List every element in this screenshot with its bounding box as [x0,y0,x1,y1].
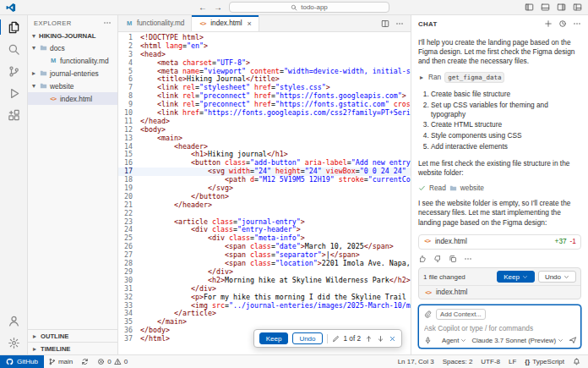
keep-edit-button[interactable]: Keep [259,332,289,344]
copy-response-button[interactable] [449,255,457,263]
feedback-bar [418,255,581,263]
mode-label: Agent [442,337,459,344]
toggle-secondary-sidebar-button[interactable] [557,3,566,12]
activity-extensions-button[interactable] [0,104,28,126]
explorer-header: EXPLORER [28,15,117,30]
tab-index.html[interactable]: <>index.html× [192,15,259,31]
tab-functionality.md[interactable]: Mfunctionality.md [118,15,192,31]
chat-input[interactable] [424,324,575,332]
editor-more-actions-button[interactable] [395,19,404,28]
response-more-button[interactable] [464,255,472,263]
activity-explorer-button[interactable] [0,16,28,38]
code-line-13: 13 <main> [118,135,411,143]
assistant-header: GitHub Copilot [418,32,581,34]
code-line-33: 33 <img src="../journal-enteries/images/… [118,302,411,310]
chevron-down-icon: ▾ [30,82,37,90]
add-context-button[interactable]: Add Context... [436,309,486,320]
chat-history-button[interactable] [558,19,567,28]
code-line-14: 14 <header> [118,143,411,151]
send-button[interactable] [569,336,577,344]
cursor-position[interactable]: Ln 17, Col 3 [394,358,438,365]
chevron-down-icon [522,274,528,280]
problems-indicator[interactable]: 0 0 [93,355,132,368]
encoding[interactable]: UTF-8 [476,358,504,365]
keep-all-button[interactable]: Keep [497,271,535,283]
remote-indicator[interactable]: GitHub [0,355,44,368]
chat-bottom: 1 file changed Keep Undo <> index.html [411,267,588,354]
close-review-button[interactable] [389,335,396,343]
section-timeline[interactable]: ▸TIMELINE [28,342,117,354]
chevron-down-icon [460,338,466,343]
search-icon [291,4,297,11]
changed-file-row[interactable]: <> index.html [419,285,580,299]
activity-account-button[interactable] [0,310,28,332]
mic-button[interactable] [424,337,432,344]
code-line-3: 3<head> [118,51,411,59]
undo-all-button[interactable]: Undo [538,271,576,283]
branch-indicator[interactable]: main [44,355,77,368]
code-line-7: 7 <link rel="stylesheet" href="styles.cs… [118,84,411,92]
vscode-window: ← → todo-app EXPLORER ▾ HIKI [0,0,588,368]
language-mode[interactable]: {} TypeScript [520,358,569,365]
copilot-icon [418,32,427,33]
attach-context-icon[interactable] [424,310,432,318]
thumbs-up-button[interactable] [418,255,427,263]
code-line-19: 19 </svg> [118,184,411,193]
activity-run-debug-button[interactable] [0,82,28,104]
code-line-31: 31 </div> [118,285,411,294]
eol[interactable]: LF [504,358,520,365]
tab-strip: Mfunctionality.md<>index.html× [118,15,259,31]
toggle-panel-button[interactable] [541,3,550,12]
navigate-forward-button[interactable]: → [214,3,222,12]
edit-icon [332,335,340,343]
thumbs-down-button[interactable] [433,255,442,263]
model-selector[interactable]: Claude 3.7 Sonnet (Preview) [471,337,564,344]
language-label: TypeScript [532,358,564,365]
code-line-35: 35 </main> [118,318,411,327]
code-line-11: 11</head> [118,118,411,126]
navigate-back-button[interactable]: ← [199,3,207,12]
undo-edit-button[interactable]: Undo [292,332,322,344]
indentation[interactable]: Spaces: 2 [438,358,477,365]
explorer-more-button[interactable] [103,19,112,27]
code-line-24: 24 <div class="entry-header"> [118,226,411,234]
next-edit-button[interactable] [377,335,384,343]
sync-button[interactable] [77,355,93,368]
tab-label: index.html [210,19,242,27]
toggle-primary-sidebar-button[interactable] [525,3,534,12]
tool-run-label: Ran [428,73,441,82]
tree-item-website[interactable]: ▾website [28,80,117,92]
read-tool-row[interactable]: Read website [418,184,581,193]
activity-bar [0,15,28,354]
plan-item: Create HTML structure [431,120,581,129]
remote-label: GitHub [17,358,38,365]
close-tab-button[interactable]: × [248,19,252,28]
tree-item-docs[interactable]: ▾docs [28,41,117,54]
new-chat-button[interactable] [544,19,553,28]
chat-more-button[interactable] [573,19,581,28]
tree-item-functionality.md[interactable]: Mfunctionality.md [28,54,117,67]
tree-item-label: docs [50,44,65,52]
read-label: Read [429,184,446,193]
undo-all-label: Undo [545,273,561,281]
tree-item-journal-enteries[interactable]: ▸journal-enteries [28,67,117,80]
tool-run-row[interactable]: ▸ Ran get_figma_data [418,72,581,83]
tree-item-index.html[interactable]: <>index.html [28,92,117,105]
mode-selector[interactable]: Agent [442,337,466,344]
activity-search-button[interactable] [0,38,28,60]
diff-removed: -1 [570,237,576,246]
activity-settings-button[interactable] [0,332,28,354]
split-editor-button[interactable] [381,19,389,28]
command-center-search[interactable]: todo-app [229,2,389,13]
previous-edit-button[interactable] [365,335,373,343]
section-outline[interactable]: ▸OUTLINE [28,329,117,342]
assistant-intro: I'll help you create the landing page ba… [418,38,581,67]
code-editor[interactable]: 1<!DOCTYPE html>2<html lang="en">3<head>… [118,32,411,354]
workspace-root[interactable]: ▾ HIKING-JOURNAL [28,30,117,41]
github-icon [6,358,14,365]
customize-layout-button[interactable] [573,3,582,12]
notifications-button[interactable] [569,358,585,365]
edited-file-chip[interactable]: <> index.html +37 -1 [418,234,581,250]
activity-source-control-button[interactable] [0,60,28,82]
tool-run-name: get_figma_data [444,72,504,83]
